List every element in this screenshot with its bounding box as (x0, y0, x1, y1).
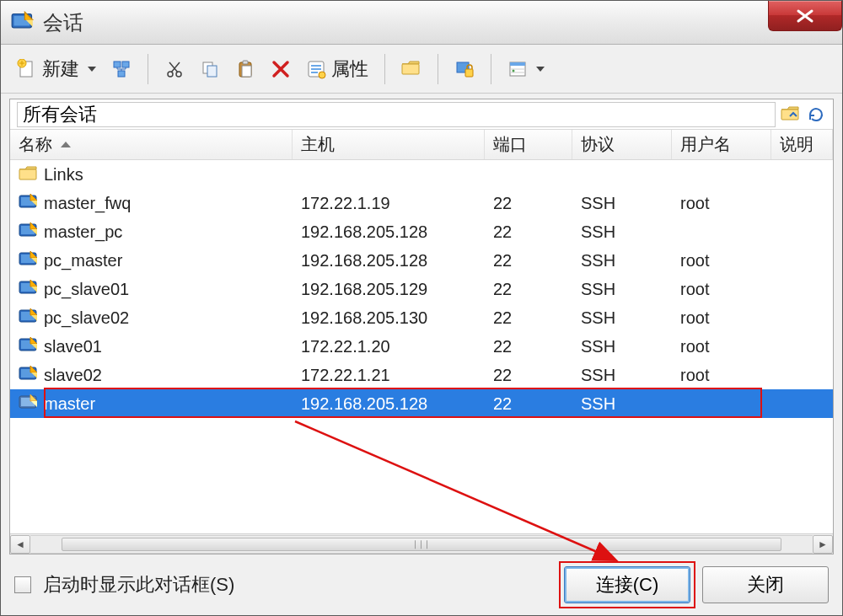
svg-rect-11 (207, 66, 217, 77)
session-proto: SSH (572, 251, 672, 271)
list-body[interactable]: Links master_fwq 172.22.1.19 22 SSH root… (10, 160, 833, 533)
list-view-icon (507, 59, 528, 79)
path-input[interactable]: 所有会话 (17, 102, 776, 127)
session-port: 22 (485, 194, 572, 213)
session-user: root (672, 280, 771, 299)
horizontal-scrollbar[interactable]: ◄ ∣∣∣ ► (10, 533, 833, 554)
titlebar[interactable]: 会话 (1, 1, 842, 45)
tree-button[interactable] (105, 52, 137, 86)
session-port: 22 (485, 251, 572, 271)
scroll-track[interactable]: ∣∣∣ (30, 535, 813, 554)
svg-rect-20 (510, 62, 525, 66)
session-proto: SSH (572, 194, 672, 213)
svg-rect-13 (242, 66, 251, 77)
tree-icon (111, 59, 132, 79)
session-user: root (672, 308, 771, 328)
svg-point-9 (176, 72, 181, 77)
connect-button[interactable]: 连接(C) (564, 566, 690, 603)
cut-button[interactable] (158, 52, 191, 86)
show-on-startup-checkbox[interactable] (14, 576, 31, 593)
close-icon (795, 8, 815, 24)
delete-icon (271, 59, 291, 79)
folder-button[interactable] (395, 52, 427, 86)
session-host: 172.22.1.19 (293, 194, 485, 213)
session-row[interactable]: master_fwq 172.22.1.19 22 SSH root (10, 189, 833, 217)
session-host: 192.168.205.128 (293, 222, 485, 242)
session-name: slave02 (44, 366, 102, 385)
session-host: 172.22.1.20 (293, 337, 485, 356)
svg-rect-18 (465, 69, 473, 77)
session-port: 22 (485, 366, 572, 385)
col-header-port[interactable]: 端口 (485, 130, 572, 159)
session-row[interactable]: master_pc 192.168.205.128 22 SSH (10, 217, 833, 246)
delete-button[interactable] (265, 52, 297, 86)
toolbar: 新建 (1, 45, 842, 94)
session-port: 22 (485, 308, 572, 328)
svg-point-8 (168, 72, 173, 77)
new-icon (17, 59, 37, 79)
session-name: master_fwq (44, 194, 131, 213)
scroll-thumb[interactable]: ∣∣∣ (62, 538, 781, 551)
dialog-footer: 启动时显示此对话框(S) 连接(C) 关闭 (1, 554, 842, 615)
session-row[interactable]: master 192.168.205.128 22 SSH (10, 389, 833, 418)
col-header-host[interactable]: 主机 (293, 130, 485, 159)
session-icon (19, 250, 39, 271)
session-row[interactable]: pc_slave02 192.168.205.130 22 SSH root (10, 303, 833, 332)
session-proto: SSH (572, 366, 672, 385)
session-proto: SSH (572, 308, 672, 328)
folder-icon (19, 164, 39, 185)
session-host: 172.22.1.21 (293, 366, 485, 385)
session-name: slave01 (44, 337, 102, 356)
dropdown-icon (88, 67, 96, 72)
col-header-name[interactable]: 名称 (10, 130, 293, 159)
copy-button[interactable] (194, 52, 226, 86)
session-row[interactable]: pc_slave01 192.168.205.129 22 SSH root (10, 275, 833, 303)
lock-icon (454, 59, 475, 79)
refresh-button[interactable] (806, 104, 826, 125)
col-header-proto[interactable]: 协议 (572, 130, 672, 159)
scroll-right-button[interactable]: ► (813, 535, 833, 554)
session-name: pc_slave01 (44, 280, 129, 299)
svg-rect-5 (114, 62, 121, 67)
session-row[interactable]: slave01 172.22.1.20 22 SSH root (10, 332, 833, 361)
session-name: master (44, 394, 95, 414)
up-folder-icon (781, 104, 801, 125)
session-host: 192.168.205.128 (293, 251, 485, 271)
folder-row[interactable]: Links (10, 160, 833, 189)
up-folder-button[interactable] (781, 104, 801, 125)
session-user: root (672, 251, 771, 271)
paste-icon (235, 59, 255, 79)
show-on-startup-label: 启动时显示此对话框(S) (43, 572, 234, 597)
session-user: root (672, 337, 771, 356)
lock-view-button[interactable] (448, 52, 481, 86)
scroll-left-button[interactable]: ◄ (10, 535, 30, 554)
session-list-panel: 所有会话 名称 主机 端口 协议 用户名 说明 (9, 99, 834, 554)
window-title: 会话 (43, 9, 83, 36)
sessions-dialog: 会话 新建 (0, 0, 843, 616)
session-user: root (672, 194, 771, 213)
sort-asc-icon (61, 142, 71, 147)
session-name: pc_slave02 (44, 308, 129, 328)
session-proto: SSH (572, 337, 672, 356)
session-icon (19, 222, 39, 242)
view-mode-button[interactable] (502, 52, 550, 86)
session-row[interactable]: slave02 172.22.1.21 22 SSH root (10, 361, 833, 389)
paste-button[interactable] (229, 52, 261, 86)
svg-point-21 (513, 69, 515, 72)
list-header: 名称 主机 端口 协议 用户名 说明 (10, 130, 833, 160)
session-port: 22 (485, 222, 572, 242)
col-header-desc[interactable]: 说明 (771, 130, 833, 159)
properties-icon (306, 59, 326, 79)
svg-rect-14 (243, 61, 248, 64)
properties-button[interactable]: 属性 (300, 52, 374, 86)
session-name: pc_master (44, 251, 122, 271)
col-header-user[interactable]: 用户名 (672, 130, 771, 159)
new-button[interactable]: 新建 (11, 52, 102, 86)
window-close-button[interactable] (768, 1, 842, 31)
separator (491, 54, 491, 84)
session-host: 192.168.205.128 (293, 394, 485, 414)
session-icon (19, 308, 39, 328)
close-button[interactable]: 关闭 (702, 566, 829, 603)
session-row[interactable]: pc_master 192.168.205.128 22 SSH root (10, 246, 833, 275)
session-proto: SSH (572, 394, 672, 414)
